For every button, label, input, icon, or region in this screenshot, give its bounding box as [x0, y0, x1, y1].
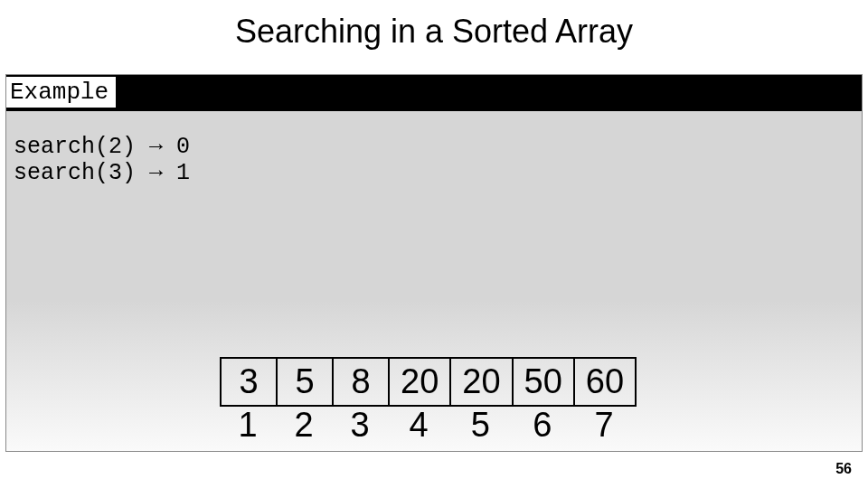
- code-line-2: search(3) → 1: [14, 160, 190, 186]
- array-index-row: 1234567: [220, 406, 635, 445]
- array-index: 5: [449, 406, 511, 445]
- array-cell: 20: [389, 358, 450, 406]
- array-cell: 5: [277, 358, 333, 406]
- array-index: 1: [220, 406, 276, 445]
- array-cell: 20: [450, 358, 512, 406]
- page-title: Searching in a Sorted Array: [0, 0, 868, 58]
- code-line-1: search(2) → 0: [14, 134, 190, 160]
- example-heading-bar: Example: [6, 75, 862, 111]
- array-index: 6: [512, 406, 573, 445]
- array-index: 7: [573, 406, 635, 445]
- array-cell: 60: [574, 358, 636, 406]
- array-values-row: 3 5 8 20 20 50 60: [220, 357, 637, 407]
- page-number: 56: [835, 461, 852, 477]
- array-index: 2: [276, 406, 332, 445]
- array-index: 3: [332, 406, 388, 445]
- code-block: search(2) → 0 search(3) → 1: [14, 135, 190, 187]
- array-cell: 50: [513, 358, 574, 406]
- array-cell: 8: [333, 358, 389, 406]
- example-label: Example: [6, 77, 116, 109]
- slide: Searching in a Sorted Array Example sear…: [0, 0, 868, 488]
- content-panel: Example search(2) → 0 search(3) → 1 3 5 …: [5, 74, 863, 452]
- array-cell: 3: [221, 358, 277, 406]
- array-index: 4: [388, 406, 449, 445]
